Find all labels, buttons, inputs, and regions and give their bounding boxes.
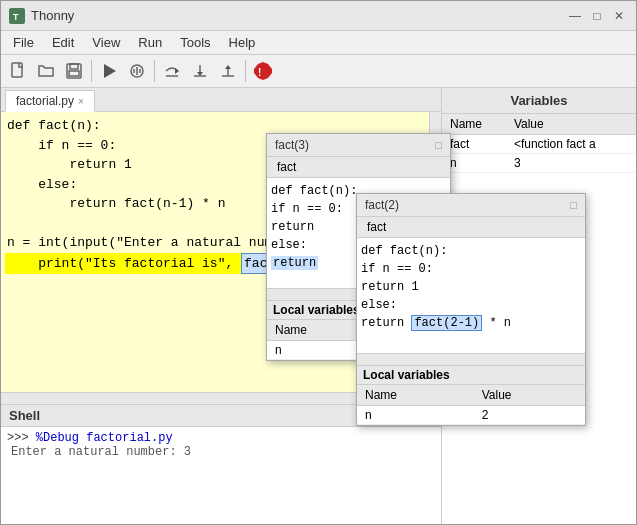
menu-run[interactable]: Run bbox=[130, 33, 170, 52]
debug-window-fact2: fact(2) □ fact def fact(n): if n == 0: r… bbox=[356, 193, 586, 426]
debug-fact3-var-n: n bbox=[267, 341, 361, 360]
tab-factorial-py[interactable]: factorial.py × bbox=[5, 90, 95, 112]
debug-highlight-fact21: fact(2-1) bbox=[411, 315, 482, 331]
svg-text:!: ! bbox=[258, 67, 261, 78]
menu-bar: File Edit View Run Tools Help bbox=[1, 31, 636, 55]
save-file-button[interactable] bbox=[61, 58, 87, 84]
menu-tools[interactable]: Tools bbox=[172, 33, 218, 52]
toolbar-separator-3 bbox=[245, 60, 246, 82]
svg-marker-8 bbox=[175, 68, 179, 74]
debug-window-fact2-tab[interactable]: fact bbox=[357, 217, 585, 238]
run-button[interactable] bbox=[96, 58, 122, 84]
var-value-1: <function fact a bbox=[506, 135, 636, 154]
shell-content[interactable]: >>> %Debug factorial.py Enter a natural … bbox=[1, 427, 441, 524]
table-row: n 3 bbox=[442, 154, 636, 173]
debug-code2-line-5: return fact(2-1) * n bbox=[361, 314, 581, 332]
step-over-button[interactable] bbox=[159, 58, 185, 84]
debug-window-fact3-tab[interactable]: fact bbox=[267, 157, 450, 178]
variables-table: Name Value fact <function fact a n 3 bbox=[442, 114, 636, 173]
svg-rect-2 bbox=[12, 63, 22, 77]
debug-window-fact3-title-bar: fact(3) □ bbox=[267, 134, 450, 157]
menu-view[interactable]: View bbox=[84, 33, 128, 52]
debug-fact2-col-name: Name bbox=[357, 385, 474, 406]
debug-fact2-scrollbar-h[interactable] bbox=[357, 353, 585, 365]
close-button[interactable]: ✕ bbox=[610, 7, 628, 25]
title-bar-left: T Thonny bbox=[9, 8, 74, 24]
tab-label: factorial.py bbox=[16, 94, 74, 108]
svg-rect-4 bbox=[70, 64, 78, 69]
toolbar: ! bbox=[1, 55, 636, 88]
toolbar-separator-1 bbox=[91, 60, 92, 82]
menu-file[interactable]: File bbox=[5, 33, 42, 52]
svg-marker-6 bbox=[104, 64, 116, 78]
stop-button[interactable]: ! bbox=[250, 58, 276, 84]
debug-window-fact2-title-bar: fact(2) □ bbox=[357, 194, 585, 217]
new-file-button[interactable] bbox=[5, 58, 31, 84]
debug-fact2-var-n: n bbox=[357, 406, 474, 425]
shell-prompt-symbol: >>> bbox=[7, 431, 29, 445]
shell-prompt-line: >>> %Debug factorial.py bbox=[7, 431, 435, 445]
title-buttons: — □ ✕ bbox=[566, 7, 628, 25]
svg-marker-14 bbox=[254, 62, 272, 80]
debug-code2-line-2: if n == 0: bbox=[361, 260, 581, 278]
menu-help[interactable]: Help bbox=[221, 33, 264, 52]
debug-window-fact2-code: def fact(n): if n == 0: return 1 else: r… bbox=[357, 238, 585, 353]
table-row: n 2 bbox=[357, 406, 585, 425]
window-title: Thonny bbox=[31, 8, 74, 23]
var-name-2: n bbox=[442, 154, 506, 173]
debug-window-fact2-title: fact(2) bbox=[365, 198, 399, 212]
maximize-button[interactable]: □ bbox=[588, 7, 606, 25]
svg-text:T: T bbox=[13, 12, 19, 22]
debug-code2-line-3: return 1 bbox=[361, 278, 581, 296]
variables-col-value: Value bbox=[506, 114, 636, 135]
menu-edit[interactable]: Edit bbox=[44, 33, 82, 52]
variables-col-name: Name bbox=[442, 114, 506, 135]
step-out-button[interactable] bbox=[215, 58, 241, 84]
debug-code2-line-4: else: bbox=[361, 296, 581, 314]
shell-output-line: Enter a natural number: 3 bbox=[11, 445, 435, 459]
main-window: T Thonny — □ ✕ File Edit View Run Tools … bbox=[0, 0, 637, 525]
debug-button[interactable] bbox=[124, 58, 150, 84]
minimize-button[interactable]: — bbox=[566, 7, 584, 25]
debug-window-fact3-title: fact(3) bbox=[275, 138, 309, 152]
variables-header: Variables bbox=[442, 88, 636, 114]
tab-close-icon[interactable]: × bbox=[78, 96, 84, 107]
editor-tab-bar: factorial.py × bbox=[1, 88, 441, 112]
debug-fact2-col-value: Value bbox=[474, 385, 585, 406]
debug-fact2-vars-header: Local variables bbox=[357, 365, 585, 385]
open-file-button[interactable] bbox=[33, 58, 59, 84]
debug-fact2-vars-table: Name Value n 2 bbox=[357, 385, 585, 425]
debug-window-fact2-close[interactable]: □ bbox=[570, 199, 577, 211]
debug-code2-line-1: def fact(n): bbox=[361, 242, 581, 260]
debug-fact3-col-name: Name bbox=[267, 320, 361, 341]
var-name-1: fact bbox=[442, 135, 506, 154]
toolbar-separator-2 bbox=[154, 60, 155, 82]
debug-window-fact3-close[interactable]: □ bbox=[435, 139, 442, 151]
svg-marker-12 bbox=[225, 65, 231, 69]
debug-fact2-val-n: 2 bbox=[474, 406, 585, 425]
table-row: fact <function fact a bbox=[442, 135, 636, 154]
var-value-2: 3 bbox=[506, 154, 636, 173]
svg-rect-5 bbox=[69, 71, 79, 76]
shell-command: %Debug factorial.py bbox=[36, 431, 173, 445]
step-into-button[interactable] bbox=[187, 58, 213, 84]
main-area: factorial.py × def fact(n): if n == 0: r… bbox=[1, 88, 636, 524]
title-bar: T Thonny — □ ✕ bbox=[1, 1, 636, 31]
app-icon: T bbox=[9, 8, 25, 24]
